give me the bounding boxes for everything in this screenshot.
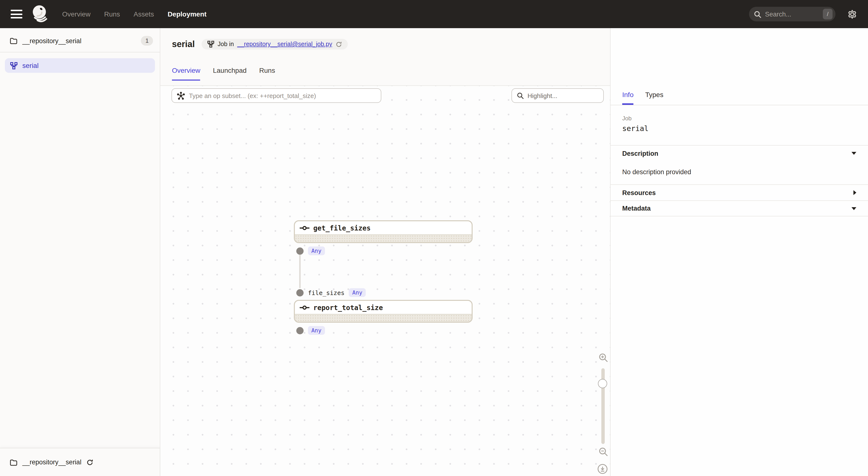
op-node-get-file-sizes[interactable]: get_file_sizes bbox=[294, 220, 473, 243]
op-selector-icon bbox=[177, 92, 185, 100]
repo-header[interactable]: __repository__serial 1 bbox=[0, 28, 160, 53]
repo-name: __repository__serial bbox=[22, 37, 81, 44]
caret-down-icon bbox=[851, 152, 856, 155]
output-row-report-total-size: Any bbox=[296, 326, 325, 335]
nav-link-overview[interactable]: Overview bbox=[62, 10, 91, 18]
input-row-file-sizes: file_sizes Any bbox=[296, 288, 366, 297]
top-nav: Overview Runs Assets Deployment Search..… bbox=[0, 0, 868, 28]
nav-link-runs[interactable]: Runs bbox=[104, 10, 120, 18]
primary-nav: Overview Runs Assets Deployment bbox=[62, 10, 207, 18]
global-search[interactable]: Search... / bbox=[749, 7, 835, 21]
job-list: serial bbox=[0, 53, 160, 79]
info-panel-tabs: Info Types bbox=[611, 28, 868, 105]
section-resources[interactable]: Resources bbox=[611, 184, 868, 200]
job-name: serial bbox=[622, 124, 856, 133]
sidebar: __repository__serial 1 serial __reposito… bbox=[0, 28, 160, 476]
op-node-footer bbox=[295, 314, 472, 322]
highlight-input[interactable] bbox=[527, 92, 598, 99]
zoom-in-icon[interactable] bbox=[598, 353, 608, 363]
nav-link-deployment[interactable]: Deployment bbox=[167, 10, 207, 18]
op-name: get_file_sizes bbox=[313, 224, 371, 232]
reload-repository-icon[interactable] bbox=[86, 459, 93, 466]
main-content: serial Job in __repository__serial@seria… bbox=[160, 28, 610, 476]
page-title: serial bbox=[172, 39, 195, 49]
download-dag-icon[interactable] bbox=[597, 464, 608, 475]
op-name: report_total_size bbox=[313, 304, 383, 311]
breadcrumb-prefix: Job in bbox=[218, 41, 234, 47]
op-node-report-total-size[interactable]: report_total_size bbox=[294, 300, 473, 323]
nav-link-assets[interactable]: Assets bbox=[133, 10, 154, 18]
section-metadata[interactable]: Metadata bbox=[611, 200, 868, 216]
search-icon bbox=[517, 92, 524, 99]
highlight-filter bbox=[512, 88, 604, 103]
sidebar-footer: __repository__serial bbox=[0, 448, 160, 476]
search-placeholder: Search... bbox=[765, 10, 819, 18]
dagster-app: Overview Runs Assets Deployment Search..… bbox=[0, 0, 868, 476]
op-node-footer bbox=[295, 234, 472, 242]
job-count-badge: 1 bbox=[141, 36, 153, 45]
description-body: No description provided bbox=[611, 161, 868, 184]
input-handle bbox=[296, 289, 304, 296]
tab-types[interactable]: Types bbox=[645, 91, 663, 105]
dagster-logo[interactable] bbox=[30, 4, 50, 24]
section-title: Description bbox=[622, 150, 658, 157]
caret-down-icon bbox=[851, 207, 856, 210]
footer-repo-name: __repository__serial bbox=[22, 458, 81, 466]
op-subset-filter bbox=[172, 88, 381, 103]
tab-launchpad[interactable]: Launchpad bbox=[213, 66, 247, 80]
output-row-get-file-sizes: Any bbox=[296, 246, 325, 255]
output-handle bbox=[296, 327, 304, 334]
breadcrumb: Job in __repository__serial@serial_job.p… bbox=[202, 39, 348, 49]
folder-icon bbox=[10, 37, 18, 45]
folder-icon bbox=[10, 458, 18, 466]
op-icon bbox=[300, 305, 309, 310]
op-subset-input[interactable] bbox=[189, 92, 376, 99]
op-icon bbox=[300, 226, 309, 230]
search-icon bbox=[754, 10, 761, 18]
search-shortcut-badge: / bbox=[823, 9, 833, 20]
info-panel: Info Types Job serial Description No des… bbox=[610, 28, 868, 476]
section-title: Metadata bbox=[622, 205, 651, 212]
info-sections: Description No description provided Reso… bbox=[611, 145, 868, 216]
reload-location-icon[interactable] bbox=[336, 41, 342, 47]
section-title: Resources bbox=[622, 189, 656, 196]
dag-edge bbox=[299, 255, 301, 288]
tab-info[interactable]: Info bbox=[622, 91, 633, 105]
zoom-out-icon[interactable] bbox=[598, 447, 608, 456]
type-badge[interactable]: Any bbox=[308, 326, 325, 335]
repo-location-link[interactable]: __repository__serial@serial_job.py bbox=[237, 41, 332, 47]
job-header: serial Job in __repository__serial@seria… bbox=[160, 28, 610, 86]
tab-overview[interactable]: Overview bbox=[172, 66, 200, 80]
job-info: Job serial bbox=[611, 105, 868, 133]
job-label: Job bbox=[622, 115, 856, 122]
job-icon bbox=[208, 41, 214, 47]
job-tabs: Overview Launchpad Runs bbox=[172, 66, 598, 86]
section-description[interactable]: Description bbox=[611, 145, 868, 161]
hamburger-menu-icon[interactable] bbox=[11, 10, 22, 19]
caret-right-icon bbox=[854, 190, 856, 195]
dag-canvas[interactable]: get_file_sizes Any file_sizes Any bbox=[160, 86, 610, 476]
zoom-slider-handle[interactable] bbox=[598, 379, 607, 388]
job-icon bbox=[10, 62, 18, 69]
output-handle bbox=[296, 247, 304, 254]
type-badge[interactable]: Any bbox=[308, 246, 325, 255]
type-badge[interactable]: Any bbox=[349, 288, 366, 297]
tab-runs[interactable]: Runs bbox=[259, 66, 275, 80]
sidebar-item-label: serial bbox=[22, 62, 39, 69]
sidebar-item-serial[interactable]: serial bbox=[5, 58, 155, 73]
input-name: file_sizes bbox=[308, 289, 345, 296]
gear-icon[interactable] bbox=[847, 9, 857, 19]
